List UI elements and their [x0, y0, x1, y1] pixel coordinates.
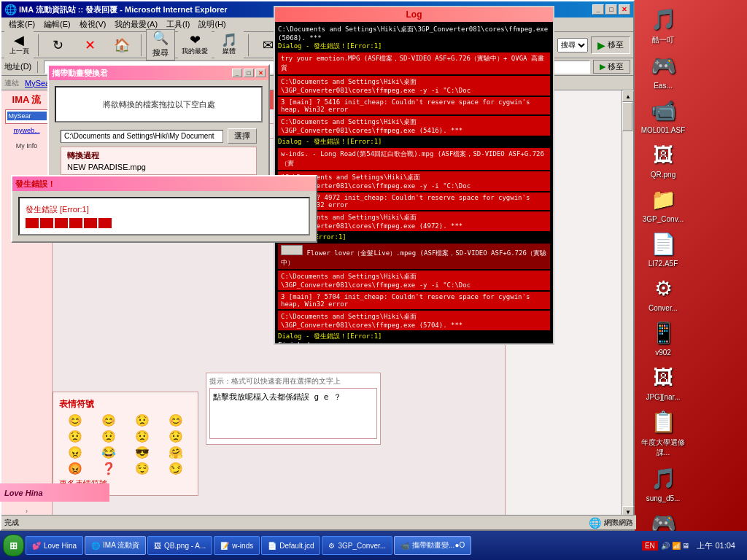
sidebar-logo: IMA 流	[12, 93, 42, 106]
ie-statusbar: 完成 🌐 網際網路	[1, 515, 636, 529]
taskbar-default-icon: 📄	[268, 542, 276, 550]
media-button[interactable]: 🎵 媒體	[214, 31, 244, 58]
converter-select-button[interactable]: 選擇	[228, 128, 257, 144]
emoticon-15[interactable]: 😌	[127, 462, 158, 475]
log-dialog-4: Dialog - 發生錯誤！[Error:1]	[278, 332, 550, 341]
taskbar-3gp[interactable]: ⚙ 3GP_Conver...	[322, 536, 392, 555]
desktop-icons: 🎵 酷一叮 🎮 Eas... 📹 MOL001.ASF 🖼 QR.png 📁 3…	[635, 0, 747, 531]
taskbar-default[interactable]: 📄 Default.jcd	[261, 536, 320, 555]
emoticon-16[interactable]: 😏	[160, 462, 192, 475]
desktop-icon-6[interactable]: 📄 LI72.A5F	[638, 228, 689, 269]
addr-go-icon: ▶	[600, 62, 605, 71]
emoticon-1[interactable]: 😊	[59, 413, 90, 427]
error-message: 發生錯誤 [Error:1]	[26, 204, 303, 215]
system-time: 上午 01:04	[692, 539, 740, 553]
taskbar-lovehina[interactable]: 💕 Love Hina	[26, 536, 83, 555]
stop-button[interactable]: ✕	[75, 36, 104, 54]
back-button[interactable]: ◀ 上一頁	[4, 31, 34, 58]
conv-maximize-btn[interactable]: □	[244, 69, 254, 77]
search-button[interactable]: 🔍 搜尋	[146, 29, 175, 61]
desktop-icon-7[interactable]: ⚙ Conver...	[638, 272, 689, 314]
start-button[interactable]: ⊞	[3, 534, 24, 556]
converter-path-row: 選擇	[61, 128, 257, 144]
taskbar-ima[interactable]: 🌐 IMA 流動資	[85, 536, 146, 555]
emoticon-8[interactable]: 😟	[160, 429, 192, 443]
desktop-icon-3[interactable]: 📹 MOL001.ASF	[638, 94, 689, 136]
log-entry-flower: Flower lover（金髮Live）.mpeg (ASF檔案，SD-VIDE…	[278, 244, 550, 269]
taskbar-qr-label: QB.png - A...	[164, 542, 206, 550]
taskbar-winds-icon: 📝	[220, 542, 229, 550]
love-hina-text: Love Hina	[4, 489, 43, 497]
taskbar-converter[interactable]: 📹 攜帶動畫變...●O	[394, 536, 471, 555]
desktop-icon-label-7: Conver...	[649, 304, 678, 312]
scroll-up-button[interactable]: ▲	[622, 90, 634, 102]
emoticon-6[interactable]: 😟	[93, 429, 124, 443]
refresh-button[interactable]: ↻	[43, 36, 72, 54]
conv-close-btn[interactable]: ✕	[255, 69, 266, 77]
taskbar-sys: EN 🔊 📶 🖥 上午 01:04	[638, 539, 744, 553]
sidebar-info: My Info	[16, 142, 38, 149]
desktop-icon-4[interactable]: 🖼 QR.png	[638, 139, 689, 180]
error-title: 發生錯誤！	[15, 179, 55, 190]
scroll-thumb[interactable]	[622, 102, 632, 131]
desktop-icon-label-10: 年度大學選修課...	[639, 438, 687, 458]
menu-view[interactable]: 檢視(V)	[75, 18, 111, 31]
log-error-9: C:\Documents and Settings\Hiki\桌面\3GP_Co…	[278, 271, 550, 290]
desktop-icon-img-8: 📱	[649, 318, 678, 347]
emoticon-3[interactable]: 😟	[127, 413, 158, 427]
menu-edit[interactable]: 編輯(E)	[39, 18, 75, 31]
lang-indicator[interactable]: EN	[642, 541, 658, 551]
emoticon-9[interactable]: 😠	[59, 446, 90, 459]
address-go-button[interactable]: ▶ 移至	[593, 60, 630, 74]
converter-path-input[interactable]	[61, 130, 223, 143]
emoticon-10[interactable]: 😂	[93, 446, 124, 459]
close-button[interactable]: ✕	[619, 4, 630, 15]
emoticon-4[interactable]: 😊	[160, 413, 192, 427]
log-dialog-1: Dialog - 發生錯誤！[Error:1]	[278, 42, 550, 51]
desktop-icon-10[interactable]: 📋 年度大學選修課...	[638, 405, 689, 459]
mail-icon: ✉	[263, 39, 274, 52]
desktop-icon-12[interactable]: 🎮 勁战士 DAM SE...	[638, 507, 689, 531]
taskbar-qr[interactable]: 🖼 QB.png - A...	[147, 536, 212, 555]
emoticon-14[interactable]: ❓	[93, 462, 124, 475]
go-button[interactable]: ▶ 移至	[591, 36, 630, 54]
emoticon-5[interactable]: 😟	[59, 429, 90, 443]
reply-textarea[interactable]: 點擊我放呢楅入去都係錯誤 g e ？	[209, 388, 377, 439]
emoticon-7[interactable]: 😟	[127, 429, 158, 443]
links-label: 連結	[4, 78, 19, 88]
love-hina-banner: Love Hina	[0, 483, 109, 502]
favorites-button[interactable]: ❤ 我的最愛	[178, 31, 212, 58]
emoticon-2[interactable]: 😊	[93, 413, 124, 427]
maximize-button[interactable]: □	[605, 4, 617, 15]
converter-drop-hint: 將欲轉換的檔案拖拉以下空白處	[103, 99, 215, 110]
desktop-icon-8[interactable]: 📱 v902	[638, 316, 689, 358]
menu-help[interactable]: 說明(H)	[194, 18, 230, 31]
myweb-sidebar[interactable]: myweb...	[13, 127, 39, 134]
search-select[interactable]: 搜尋	[557, 38, 588, 52]
desktop-icon-9[interactable]: 🖼 JPG][nar...	[638, 361, 689, 402]
desktop-icon-2[interactable]: 🎮 Eas...	[638, 50, 689, 91]
converter-title: 攜帶動畫變換君	[52, 68, 108, 79]
taskbar-winds[interactable]: 📝 w-inds	[214, 536, 260, 555]
taskbar-converter-label: 攜帶動畫變...●O	[412, 540, 465, 551]
home-button[interactable]: 🏠	[107, 36, 136, 54]
log-titlebar: Log	[275, 7, 553, 22]
desktop-icon-1[interactable]: 🎵 酷一叮	[638, 3, 689, 47]
emoticon-11[interactable]: 😎	[127, 446, 158, 459]
scrollbar[interactable]: ▲ ▼	[622, 90, 633, 518]
go-arrow-icon: ▶	[597, 39, 605, 51]
conv-minimize-btn[interactable]: _	[232, 69, 242, 77]
emoticon-12[interactable]: 🤗	[160, 446, 192, 459]
minimize-button[interactable]: _	[592, 4, 604, 15]
converter-drop-area[interactable]: 將欲轉換的檔案拖拉以下空白處	[55, 86, 263, 122]
menu-file[interactable]: 檔案(F)	[4, 18, 39, 31]
emoticon-13[interactable]: 😡	[59, 462, 90, 475]
log-error-2: C:\Documents and Settings\Hiki\桌面\3GP_Co…	[278, 76, 550, 96]
log-error-10: 3 [main] ? 5704 init_cheap: Couldn't res…	[278, 292, 550, 309]
desktop-icon-label-2: Eas...	[654, 82, 673, 90]
desktop-icon-img-9: 🖼	[649, 362, 678, 392]
desktop-icon-label-3: MOL001.ASF	[641, 126, 686, 134]
desktop-icon-11[interactable]: 🎵 sung_d5...	[638, 462, 689, 504]
desktop-icon-5[interactable]: 📁 3GP_Conv...	[638, 183, 689, 225]
log-error-8: C:\Documents and Settings\Hiki\桌面\3GP_Co…	[278, 211, 550, 231]
